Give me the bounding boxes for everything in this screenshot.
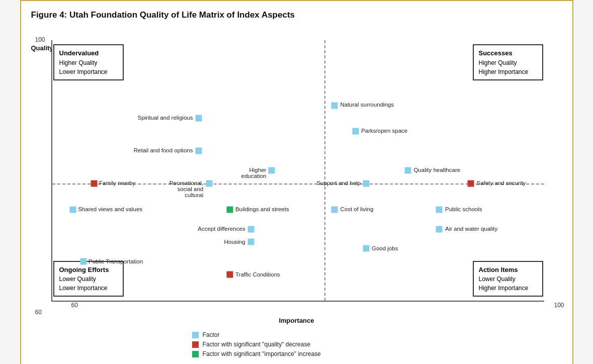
scatter-plot: Average Quality Undervalued Higher Quali…	[51, 40, 544, 302]
data-point-housing	[247, 239, 254, 245]
quadrant-action: Action Items Lower Quality Higher Import…	[473, 261, 543, 297]
chart-area: Quality Average Importance 100 60 Averag…	[31, 40, 562, 357]
legend-icon-blue	[192, 332, 199, 338]
figure-container: Figure 4: Utah Foundation Quality of Lif…	[20, 0, 573, 364]
legend-label-green: Factor with significant "importance" inc…	[203, 350, 321, 357]
legend-item-red: Factor with significant "quality" decrea…	[192, 341, 311, 348]
quadrant-action-line2: Higher Importance	[479, 284, 537, 293]
quadrant-ongoing-line1: Lower Quality	[59, 275, 118, 284]
data-point-safety	[467, 180, 474, 187]
quadrant-action-title: Action Items	[479, 265, 537, 275]
point-label-higher-ed: Higher education	[241, 167, 267, 179]
data-point-support	[363, 180, 369, 187]
point-label-air-water: Air and water quality	[445, 226, 497, 232]
data-point-higher-ed	[269, 167, 275, 174]
data-point-public-schools	[436, 206, 443, 213]
point-label-natural: Natural surroundings	[340, 102, 394, 108]
data-point-good-jobs	[363, 245, 369, 252]
quadrant-ongoing: Ongoing Efforts Lower Quality Lower Impo…	[53, 261, 124, 297]
point-label-safety: Safety and security	[477, 180, 526, 186]
data-point-buildings	[227, 206, 233, 213]
plot-wrapper: 100 60 Average Quality Undervalued Highe…	[51, 40, 557, 312]
quadrant-action-line1: Lower Quality	[479, 275, 537, 284]
data-point-retail	[195, 148, 202, 154]
point-label-good-jobs: Good jobs	[372, 245, 398, 251]
legend-item-green: Factor with significant "importance" inc…	[192, 350, 321, 357]
point-label-rec-social: Recreational, social and cultural	[170, 180, 204, 198]
data-point-quality-hc	[404, 167, 411, 174]
point-label-public-schools: Public schools	[445, 206, 482, 212]
quadrant-successes: Successes Higher Quality Higher Importan…	[473, 44, 543, 80]
x-axis-numbers: 60 100	[71, 302, 564, 312]
point-label-parks: Parks/open space	[361, 128, 407, 134]
data-point-accept	[247, 226, 254, 232]
legend-label-red: Factor with significant "quality" decrea…	[203, 341, 311, 348]
quadrant-successes-line1: Higher Quality	[479, 58, 537, 67]
x-axis-100: 100	[554, 302, 564, 309]
figure-title: Figure 4: Utah Foundation Quality of Lif…	[31, 10, 562, 20]
quadrant-undervalued-title: Undervalued	[59, 48, 118, 58]
data-point-public-trans	[80, 258, 87, 265]
point-label-family: Family nearby	[99, 180, 135, 186]
legend-icon-green	[192, 351, 199, 357]
x-axis-label: Importance	[31, 317, 562, 324]
data-point-cost	[331, 206, 338, 213]
data-point-rec-social	[206, 180, 212, 187]
quadrant-ongoing-title: Ongoing Efforts	[59, 265, 118, 275]
point-label-traffic: Traffic Conditions	[235, 271, 280, 278]
y-axis-label: Quality	[31, 44, 53, 52]
data-point-air-water	[436, 226, 443, 232]
point-label-cost: Cost of living	[340, 206, 373, 212]
data-point-traffic	[227, 271, 233, 278]
data-point-spiritual	[195, 115, 202, 122]
avg-importance-line	[324, 40, 325, 301]
quadrant-undervalued: Undervalued Higher Quality Lower Importa…	[53, 44, 124, 80]
quadrant-undervalued-line1: Higher Quality	[59, 58, 118, 67]
quadrant-successes-line2: Higher Importance	[479, 67, 537, 76]
point-label-support: Support and help	[316, 180, 361, 186]
point-label-spiritual: Spiritual and religious	[137, 115, 193, 121]
data-point-family	[91, 180, 97, 187]
point-label-retail: Retail and food options	[134, 147, 193, 153]
data-point-parks	[352, 128, 359, 135]
point-label-quality-hc: Quality healthcare	[413, 167, 460, 173]
quadrant-successes-title: Successes	[479, 48, 537, 58]
legend: Factor Factor with significant "quality"…	[192, 331, 562, 357]
legend-label-blue: Factor	[203, 331, 220, 338]
quadrant-ongoing-line2: Lower Importance	[59, 284, 118, 293]
point-label-buildings: Buildings and streets	[235, 206, 289, 212]
data-point-shared	[70, 206, 76, 213]
data-point-natural	[331, 102, 338, 109]
legend-item-blue: Factor	[192, 331, 220, 338]
x-axis-60: 60	[71, 302, 78, 309]
point-label-accept: Accept differences	[198, 226, 245, 232]
point-label-housing: Housing	[224, 239, 245, 245]
legend-icon-red	[192, 341, 199, 348]
point-label-shared: Shared views and values	[78, 206, 142, 212]
y-axis-60-label: 60	[35, 309, 42, 316]
quadrant-undervalued-line2: Lower Importance	[59, 67, 118, 76]
y-axis-100-label: 100	[35, 36, 45, 43]
